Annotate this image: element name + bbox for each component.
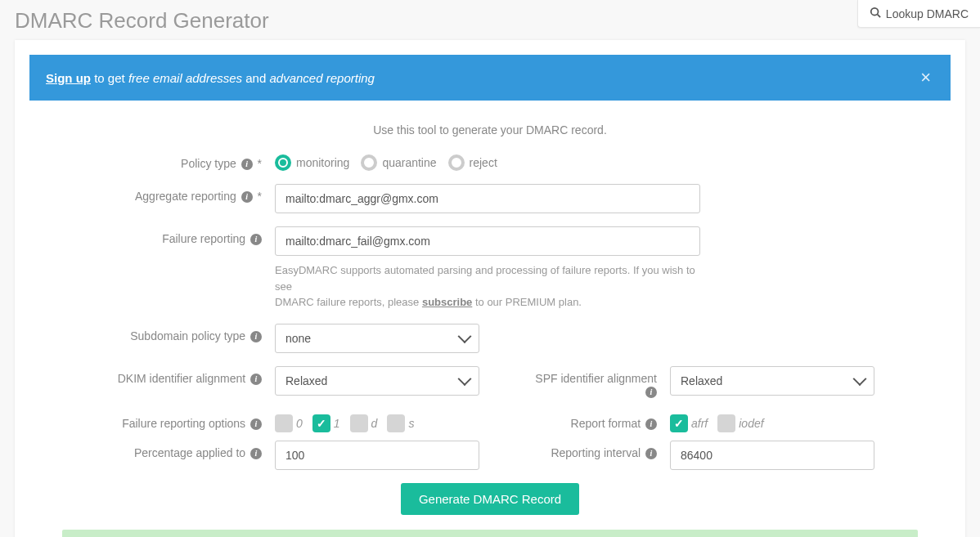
check-label: s xyxy=(408,417,414,430)
radio-label: reject xyxy=(470,156,497,169)
main-card: Sign up to get free email addresses and … xyxy=(15,40,965,537)
info-icon[interactable]: i xyxy=(250,331,262,342)
dkim-select[interactable]: Relaxed xyxy=(275,366,479,396)
info-icon[interactable]: i xyxy=(241,159,253,170)
radio-quarantine[interactable]: quarantine xyxy=(361,154,436,171)
info-icon[interactable]: i xyxy=(645,418,657,430)
failure-input[interactable] xyxy=(275,226,700,256)
info-icon[interactable]: i xyxy=(250,234,262,245)
check-0[interactable] xyxy=(275,414,293,432)
lookup-label: Lookup DMARC xyxy=(886,7,969,20)
label-policy-type: Policy type i * xyxy=(46,151,275,170)
interval-input[interactable] xyxy=(670,441,874,470)
label-failure: Failure reporting i xyxy=(46,226,275,245)
check-label: afrf xyxy=(691,417,708,430)
result-record: v=DMARC1;p=none;sp=none;pct=100;adkim=r;… xyxy=(62,530,918,537)
label-interval: Reporting interval i xyxy=(490,441,670,470)
radio-monitoring[interactable]: monitoring xyxy=(275,154,349,171)
check-label: 1 xyxy=(334,417,340,430)
search-icon xyxy=(870,7,881,20)
check-label: 0 xyxy=(296,417,303,430)
spf-select[interactable]: Relaxed xyxy=(670,366,874,396)
check-d[interactable] xyxy=(350,414,368,432)
dkim-select-wrap: Relaxed xyxy=(275,366,479,396)
subscribe-link[interactable]: subscribe xyxy=(422,296,472,308)
aggregate-input[interactable] xyxy=(275,184,700,213)
failure-options-group: 0 1 d s xyxy=(275,411,490,432)
info-icon[interactable]: i xyxy=(250,418,262,430)
signup-banner: Sign up to get free email addresses and … xyxy=(29,55,951,101)
label-spf: SPF identifier alignment i xyxy=(490,366,670,398)
banner-em1: free email addresses xyxy=(128,71,242,85)
info-icon[interactable]: i xyxy=(241,191,253,203)
policy-type-radios: monitoring quarantine reject xyxy=(275,151,934,171)
check-label: d xyxy=(371,417,378,430)
svg-point-0 xyxy=(871,8,879,16)
info-icon[interactable]: i xyxy=(250,448,262,459)
info-icon[interactable]: i xyxy=(645,387,657,398)
lookup-dmarc-button[interactable]: Lookup DMARC xyxy=(857,0,980,28)
check-label: iodef xyxy=(739,417,763,430)
info-icon[interactable]: i xyxy=(250,374,262,385)
radio-reject[interactable]: reject xyxy=(448,154,497,171)
radio-label: quarantine xyxy=(382,156,436,169)
subdomain-select[interactable]: none xyxy=(275,324,479,353)
label-report-format: Report format i xyxy=(490,411,670,432)
percentage-input[interactable] xyxy=(275,441,479,470)
info-icon[interactable]: i xyxy=(645,448,657,459)
intro-text: Use this tool to generate your DMARC rec… xyxy=(29,123,951,136)
banner-text2: and xyxy=(242,71,269,85)
svg-line-1 xyxy=(877,15,880,18)
banner-em2: advanced reporting xyxy=(269,71,374,85)
signup-link[interactable]: Sign up xyxy=(46,71,91,85)
check-1[interactable] xyxy=(312,414,330,432)
label-failure-opts: Failure reporting options i xyxy=(46,411,275,432)
close-icon[interactable]: × xyxy=(917,67,934,88)
generate-button[interactable]: Generate DMARC Record xyxy=(401,483,579,515)
report-format-group: afrf iodef xyxy=(670,411,934,432)
failure-help: EasyDMARC supports automated parsing and… xyxy=(275,262,700,311)
label-subdomain: Subdomain policy type i xyxy=(46,324,275,342)
label-dkim: DKIM identifier alignment i xyxy=(46,366,275,396)
check-afrf[interactable] xyxy=(670,414,688,432)
label-aggregate: Aggregate reporting i * xyxy=(46,184,275,203)
label-percentage: Percentage applied to i xyxy=(46,441,275,470)
banner-text: to get xyxy=(91,71,128,85)
radio-label: monitoring xyxy=(296,156,349,169)
subdomain-select-wrap: none xyxy=(275,324,479,353)
page-title: DMARC Record Generator xyxy=(15,8,269,34)
check-iodef[interactable] xyxy=(717,414,735,432)
check-s[interactable] xyxy=(387,414,405,432)
spf-select-wrap: Relaxed xyxy=(670,366,874,396)
